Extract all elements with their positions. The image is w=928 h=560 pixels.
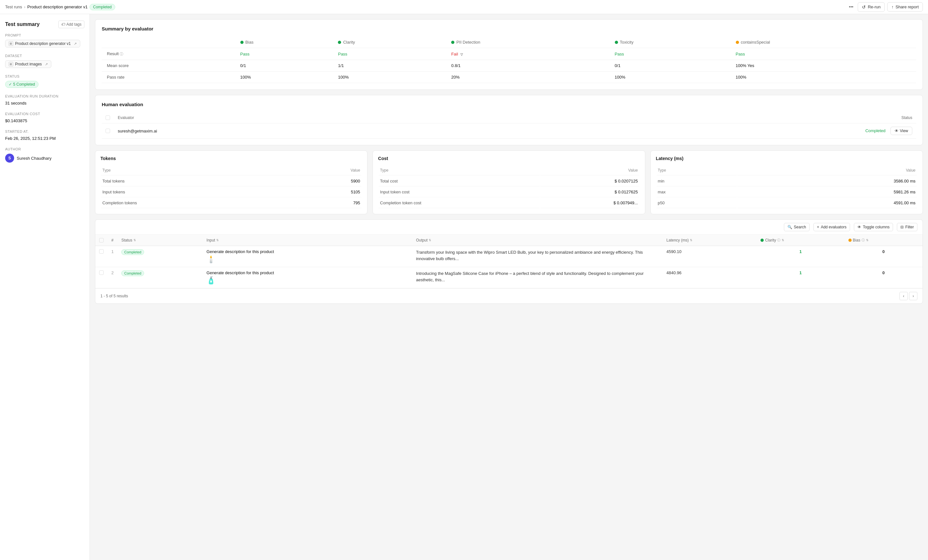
table-row: Total tokens5900 xyxy=(101,176,361,186)
table-row: max5981.26 ms xyxy=(656,187,917,197)
mean-score-row: Mean score 0/1 1/1 0.8/1 0/1 100% Yes xyxy=(102,60,916,72)
main-layout: Test summary 🏷 Add tags Prompt ⊞ Product… xyxy=(0,14,928,560)
evaluator-email: suresh@getmaxim.ai xyxy=(114,123,485,138)
status-completed-badge: ✓ 5 Completed xyxy=(5,81,38,88)
sort-icon[interactable]: ⇅ xyxy=(866,239,868,242)
results-table: # Status ⇅ Input ⇅ xyxy=(95,235,923,288)
eval-contains-header: containsSpecial xyxy=(731,37,916,48)
clarity-header: Clarity ⓘ ⇅ xyxy=(757,235,844,246)
bias-col-dot xyxy=(849,239,852,242)
filter-icon: ⊟ xyxy=(901,225,904,229)
cost-card: Cost Type Value Total cost$ 0.0207125Inp… xyxy=(372,151,645,214)
contains-dot xyxy=(736,41,739,44)
sort-icon[interactable]: ⇅ xyxy=(781,239,784,242)
latency-card: Latency (ms) Type Value min3586.00 msmax… xyxy=(650,151,923,214)
next-page-button[interactable]: › xyxy=(909,292,917,300)
sidebar-duration-section: Evaluation run duration 31 seconds xyxy=(5,94,84,105)
human-eval-row: suresh@getmaxim.ai Completed 👁 View xyxy=(102,123,916,138)
row-checkbox[interactable] xyxy=(105,129,110,133)
breadcrumb-sep: › xyxy=(24,5,25,9)
check-icon: ✓ xyxy=(9,82,12,87)
search-button[interactable]: 🔍 Search xyxy=(784,223,810,231)
bias-dot xyxy=(240,41,244,44)
select-all-th xyxy=(95,235,107,246)
add-evaluators-button[interactable]: + Add evaluators xyxy=(814,223,850,231)
status-header: Status ⇅ xyxy=(118,235,203,246)
tokens-title: Tokens xyxy=(101,156,362,161)
author-name: Suresh Chaudhary xyxy=(17,156,51,161)
result-row: Result ⓘ Pass Pass Fail ▽ Pass Pass xyxy=(102,48,916,60)
select-all-checkbox[interactable] xyxy=(105,116,110,120)
pass-rate-row: Pass rate 100% 100% 20% 100% 100% xyxy=(102,72,916,83)
nav-actions: ••• ↺ Re-run ↑ Share report xyxy=(847,2,923,12)
sidebar-status-section: Status ✓ 5 Completed xyxy=(5,75,84,88)
checkbox-header xyxy=(102,112,114,123)
sidebar-author-section: Author S Suresh Chaudhary xyxy=(5,147,84,163)
pagination-buttons: ‹ › xyxy=(899,292,917,300)
table-row: Input token cost$ 0.0127625 xyxy=(379,187,639,197)
prompt-badge[interactable]: ⊞ Product description generator v1 ↗ xyxy=(5,40,80,47)
eval-pii-header: PII Detection xyxy=(446,37,609,48)
cost-table: Type Value Total cost$ 0.0207125Input to… xyxy=(378,165,640,209)
dataset-badge[interactable]: ⊞ Product images ↗ xyxy=(5,60,51,68)
eye-icon: 👁 xyxy=(894,129,899,133)
latency-header: Latency (ms) ⇅ xyxy=(662,235,757,246)
filter-icon[interactable]: ▽ xyxy=(461,53,463,56)
sort-icon[interactable]: ⇅ xyxy=(216,239,219,242)
sidebar-cost-section: Evaluation cost $0.1403875 xyxy=(5,112,84,123)
more-options-button[interactable]: ••• xyxy=(847,3,855,11)
filter-button[interactable]: ⊟ Filter xyxy=(897,223,917,231)
table-row: Completion tokens795 xyxy=(101,198,361,208)
rerun-icon: ↺ xyxy=(862,5,866,10)
sort-icon[interactable]: ⇅ xyxy=(690,239,693,242)
pagination-info: 1 - 5 of 5 results xyxy=(101,294,128,298)
sort-icon[interactable]: ⇅ xyxy=(429,239,431,242)
num-header: # xyxy=(107,235,118,246)
eval-bias-header: Bias xyxy=(235,37,333,48)
content-area: Summary by evaluator Bias xyxy=(90,14,928,560)
select-all-checkbox[interactable] xyxy=(99,238,104,242)
tokens-card: Tokens Type Value Total tokens5900Input … xyxy=(95,151,368,214)
search-icon: 🔍 xyxy=(788,225,792,229)
plus-icon: + xyxy=(817,225,819,229)
eval-empty-header xyxy=(102,37,235,48)
external-link-icon[interactable]: ↗ xyxy=(74,42,77,46)
table-row: min3586.00 ms xyxy=(656,176,917,186)
human-eval-title: Human evaluation xyxy=(102,102,916,107)
cost-title: Cost xyxy=(378,156,640,161)
human-eval-table: Evaluator Status suresh@getmaxim.ai Comp… xyxy=(102,112,916,138)
sidebar-started-section: Started at. Feb 26, 2025, 12:51:23 PM xyxy=(5,129,84,141)
pii-dot xyxy=(451,41,454,44)
sort-icon[interactable]: ⇅ xyxy=(133,239,136,242)
tokens-table: Type Value Total tokens5900Input tokens5… xyxy=(101,165,362,209)
clarity-info-icon[interactable]: ⓘ xyxy=(777,238,780,242)
breadcrumb-current: Product description generator v1 xyxy=(27,5,88,9)
human-eval-card: Human evaluation Evaluator Status xyxy=(95,95,923,145)
share-icon: ↑ xyxy=(891,5,894,9)
bias-header: Bias ⓘ ⇅ xyxy=(844,235,923,246)
eye-icon: 👁 xyxy=(858,225,861,229)
prev-page-button[interactable]: ‹ xyxy=(899,292,908,300)
breadcrumb-parent[interactable]: Test runs xyxy=(5,5,22,9)
eval-clarity-header: Clarity xyxy=(333,37,446,48)
share-report-button[interactable]: ↑ Share report xyxy=(887,2,923,12)
toggle-columns-button[interactable]: 👁 Toggle columns xyxy=(854,223,893,231)
data-table-section: 🔍 Search + Add evaluators 👁 Toggle colum… xyxy=(95,219,923,304)
table-row: Completion token cost$ 0.007949... xyxy=(379,198,639,208)
row-checkbox[interactable] xyxy=(99,270,104,275)
external-link-icon[interactable]: ↗ xyxy=(45,62,48,66)
table-footer: 1 - 5 of 5 results ‹ › xyxy=(95,288,923,303)
clarity-dot xyxy=(338,41,341,44)
view-button[interactable]: 👁 View xyxy=(890,127,912,135)
add-tags-button[interactable]: 🏷 Add tags xyxy=(58,21,84,28)
clarity-col-dot xyxy=(760,239,764,242)
sidebar-prompt-section: Prompt ⊞ Product description generator v… xyxy=(5,33,84,47)
author-row: S Suresh Chaudhary xyxy=(5,154,84,163)
toxicity-dot xyxy=(615,41,618,44)
top-nav: Test runs › Product description generato… xyxy=(0,0,928,14)
row-checkbox[interactable] xyxy=(99,249,104,254)
rerun-button[interactable]: ↺ Re-run xyxy=(858,2,885,12)
summary-card: Summary by evaluator Bias xyxy=(95,19,923,90)
latency-table: Type Value min3586.00 msmax5981.26 msp50… xyxy=(656,165,917,209)
bias-info-icon[interactable]: ⓘ xyxy=(862,238,865,242)
